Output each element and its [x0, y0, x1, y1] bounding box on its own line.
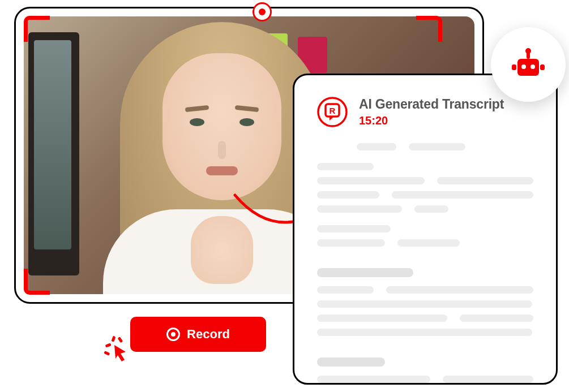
record-icon [166, 328, 180, 341]
person-placeholder [162, 53, 281, 200]
transcript-placeholder-line [317, 143, 533, 170]
transcript-placeholder-line [317, 376, 533, 383]
svg-marker-8 [330, 117, 334, 120]
frame-corner-icon [24, 16, 50, 42]
record-dot-icon [253, 2, 272, 21]
svg-rect-10 [517, 59, 539, 76]
ai-robot-badge [491, 27, 566, 102]
svg-marker-0 [114, 345, 126, 361]
frame-corner-icon [24, 269, 50, 295]
svg-rect-12 [540, 64, 545, 70]
record-button-label: Record [187, 327, 230, 342]
svg-point-16 [531, 64, 535, 69]
frame-corner-icon [416, 16, 442, 42]
transcript-placeholder-heading [317, 268, 413, 277]
svg-text:R: R [330, 106, 336, 115]
transcript-placeholder-line [317, 239, 533, 247]
transcript-placeholder-line [317, 177, 533, 184]
transcript-placeholder-line [317, 329, 533, 336]
transcript-placeholder-line [317, 286, 533, 294]
robot-icon [510, 48, 547, 81]
transcript-placeholder-line [317, 191, 533, 199]
bg-door [28, 32, 79, 275]
svg-point-14 [525, 48, 531, 54]
r-speech-bubble-logo: R [317, 97, 348, 127]
transcript-timestamp: 15:20 [359, 114, 504, 127]
transcript-title: AI Generated Transcript [359, 97, 504, 112]
svg-rect-1 [105, 343, 112, 347]
svg-rect-11 [512, 64, 516, 70]
transcript-panel: R AI Generated Transcript 15:20 [293, 74, 558, 385]
record-button[interactable]: Record [130, 317, 266, 352]
transcript-placeholder-line [317, 300, 533, 308]
click-cursor-icon [102, 334, 132, 364]
svg-rect-4 [104, 351, 110, 356]
transcript-placeholder-line [317, 205, 533, 232]
svg-rect-2 [111, 336, 115, 342]
svg-point-15 [521, 64, 526, 69]
svg-rect-3 [117, 337, 123, 343]
transcript-placeholder-heading [317, 357, 385, 367]
transcript-placeholder-line [317, 315, 533, 322]
